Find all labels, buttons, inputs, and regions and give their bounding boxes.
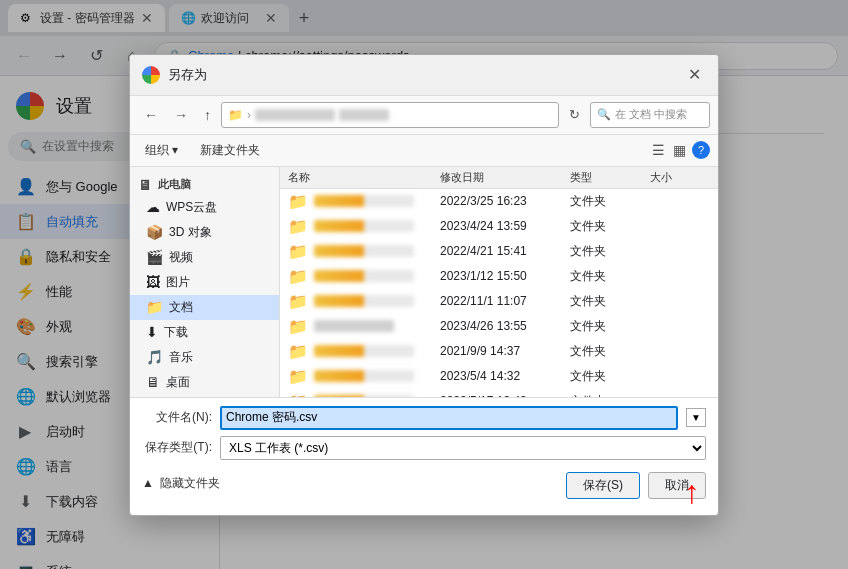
dialog-path-bar[interactable]: 📁 › xyxy=(221,102,559,128)
dialog-sidebar-3d[interactable]: 📦 3D 对象 xyxy=(130,220,279,245)
col-date[interactable]: 修改日期 xyxy=(440,170,570,185)
folder-icon: 📁 xyxy=(288,342,308,361)
dialog-sidebar-picture[interactable]: 🖼 图片 xyxy=(130,270,279,295)
filename-blurred xyxy=(314,270,414,282)
filename-blurred xyxy=(314,320,394,332)
download-folder-icon: ⬇ xyxy=(146,324,158,340)
dialog-forward-button[interactable]: → xyxy=(168,103,194,127)
col-type[interactable]: 类型 xyxy=(570,170,650,185)
view-details-button[interactable]: ▦ xyxy=(671,140,688,160)
table-row[interactable]: 📁 2023/4/24 13:59 文件夹 xyxy=(280,214,718,239)
modal-backdrop: 另存为 ✕ ← → ↑ 📁 › ↻ 🔍 在 文档 中搜索 组织 ▾ 新建文件夹 xyxy=(0,0,848,569)
file-date: 2023/4/24 13:59 xyxy=(440,219,570,233)
file-date: 2021/9/9 14:37 xyxy=(440,344,570,358)
file-type: 文件夹 xyxy=(570,318,650,335)
dialog-sidebar-music[interactable]: 🎵 音乐 xyxy=(130,345,279,370)
dialog-sidebar-download[interactable]: ⬇ 下载 xyxy=(130,320,279,345)
table-row[interactable]: 📁 2022/3/25 16:23 文件夹 xyxy=(280,189,718,214)
folder-icon: 📁 xyxy=(288,392,308,397)
pc-icon: 🖥 xyxy=(138,177,152,193)
dialog-filetype-row: 保存类型(T): XLS 工作表 (*.csv) xyxy=(142,436,706,460)
music-icon: 🎵 xyxy=(146,349,163,365)
wps-icon: ☁ xyxy=(146,199,160,215)
folder-icon: 📁 xyxy=(288,267,308,286)
dialog-search-box[interactable]: 🔍 在 文档 中搜索 xyxy=(590,102,710,128)
dialog-sidebar-pc-label: 此电脑 xyxy=(158,177,191,192)
help-dialog-button[interactable]: ? xyxy=(692,141,710,159)
table-row[interactable]: 📁 2023/5/4 14:32 文件夹 xyxy=(280,364,718,389)
collapse-icon: ▲ xyxy=(142,476,154,490)
cancel-button[interactable]: 取消 xyxy=(648,472,706,499)
filename-blurred xyxy=(314,295,414,307)
dialog-sidebar-3d-label: 3D 对象 xyxy=(169,224,212,241)
dialog-refresh-button[interactable]: ↻ xyxy=(563,103,586,126)
file-type: 文件夹 xyxy=(570,343,650,360)
dialog-sidebar-desktop-label: 桌面 xyxy=(166,374,190,391)
hidden-label: 隐藏文件夹 xyxy=(160,475,220,492)
view-options: ☰ ▦ ? xyxy=(650,140,710,160)
col-name[interactable]: 名称 xyxy=(288,170,440,185)
table-row[interactable]: 📁 2023/1/12 15:50 文件夹 xyxy=(280,264,718,289)
table-row[interactable]: 📁 2022/11/1 11:07 文件夹 xyxy=(280,289,718,314)
dialog-close-button[interactable]: ✕ xyxy=(682,63,706,87)
dialog-sidebar-wps-label: WPS云盘 xyxy=(166,199,217,216)
dialog-sidebar-download-label: 下载 xyxy=(164,324,188,341)
filetype-label: 保存类型(T): xyxy=(142,439,212,456)
file-date: 2023/5/4 14:32 xyxy=(440,369,570,383)
dialog-organize-toolbar: 组织 ▾ 新建文件夹 ☰ ▦ ? xyxy=(130,135,718,167)
dialog-up-button[interactable]: ↑ xyxy=(198,103,217,127)
table-row[interactable]: 📁 2023/4/26 13:55 文件夹 xyxy=(280,314,718,339)
table-row[interactable]: 📁 2022/4/21 15:41 文件夹 xyxy=(280,239,718,264)
new-folder-button[interactable]: 新建文件夹 xyxy=(193,139,267,162)
filetype-select[interactable]: XLS 工作表 (*.csv) xyxy=(220,436,706,460)
dialog-back-button[interactable]: ← xyxy=(138,103,164,127)
col-size[interactable]: 大小 xyxy=(650,170,710,185)
table-row[interactable]: 📁 2023/5/17 13:43 文件夹 xyxy=(280,389,718,397)
dialog-footer: 文件名(N): ▼ 保存类型(T): XLS 工作表 (*.csv) ▲ 隐藏文… xyxy=(130,397,718,515)
dialog-sidebar-desktop[interactable]: 🖥 桌面 xyxy=(130,370,279,395)
file-date: 2023/4/26 13:55 xyxy=(440,319,570,333)
dialog-sidebar-picture-label: 图片 xyxy=(166,274,190,291)
folder-icon: 📁 xyxy=(288,367,308,386)
folder-icon: 📁 xyxy=(288,217,308,236)
dialog-sidebar: 🖥 此电脑 ☁ WPS云盘 📦 3D 对象 🎬 视频 🖼 图片 xyxy=(130,167,280,397)
dialog-sidebar-wps[interactable]: ☁ WPS云盘 xyxy=(130,195,279,220)
dialog-file-list: 名称 修改日期 类型 大小 📁 2022/3/25 16:23 文件夹 📁 20… xyxy=(280,167,718,397)
save-button[interactable]: 保存(S) xyxy=(566,472,640,499)
dialog-sidebar-music-label: 音乐 xyxy=(169,349,193,366)
dialog-titlebar: 另存为 ✕ xyxy=(130,55,718,96)
file-type: 文件夹 xyxy=(570,193,650,210)
file-date: 2023/5/17 13:43 xyxy=(440,394,570,397)
file-save-dialog: 另存为 ✕ ← → ↑ 📁 › ↻ 🔍 在 文档 中搜索 组织 ▾ 新建文件夹 xyxy=(129,54,719,516)
filename-label: 文件名(N): xyxy=(142,409,212,426)
breadcrumb-path xyxy=(255,109,335,121)
filename-blurred xyxy=(314,370,414,382)
dialog-sidebar-pc: 🖥 此电脑 xyxy=(130,171,279,195)
filename-dropdown-arrow[interactable]: ▼ xyxy=(686,408,706,427)
dialog-search-placeholder: 在 文档 中搜索 xyxy=(615,107,687,122)
organize-button[interactable]: 组织 ▾ xyxy=(138,139,185,162)
file-type: 文件夹 xyxy=(570,293,650,310)
file-list-header: 名称 修改日期 类型 大小 xyxy=(280,167,718,189)
dialog-chrome-logo xyxy=(142,66,160,84)
filename-blurred xyxy=(314,220,414,232)
file-date: 2022/3/25 16:23 xyxy=(440,194,570,208)
dialog-sidebar-docs-label: 文档 xyxy=(169,299,193,316)
view-list-button[interactable]: ☰ xyxy=(650,140,667,160)
file-type: 文件夹 xyxy=(570,268,650,285)
dialog-sidebar-localc[interactable]: 💽 本地磁盘 (C:) xyxy=(130,395,279,397)
dialog-actions: 保存(S) 取消 xyxy=(566,472,706,499)
dialog-sidebar-video[interactable]: 🎬 视频 xyxy=(130,245,279,270)
filename-blurred xyxy=(314,195,414,207)
breadcrumb-separator: › xyxy=(247,108,251,122)
filename-input[interactable] xyxy=(220,406,678,430)
dialog-sidebar-docs[interactable]: 📁 文档 xyxy=(130,295,279,320)
file-type: 文件夹 xyxy=(570,218,650,235)
table-row[interactable]: 📁 2021/9/9 14:37 文件夹 xyxy=(280,339,718,364)
file-type: 文件夹 xyxy=(570,393,650,397)
docs-icon: 📁 xyxy=(146,299,163,315)
picture-icon: 🖼 xyxy=(146,274,160,290)
dialog-sidebar-video-label: 视频 xyxy=(169,249,193,266)
folder-icon: 📁 xyxy=(288,192,308,211)
file-date: 2022/4/21 15:41 xyxy=(440,244,570,258)
